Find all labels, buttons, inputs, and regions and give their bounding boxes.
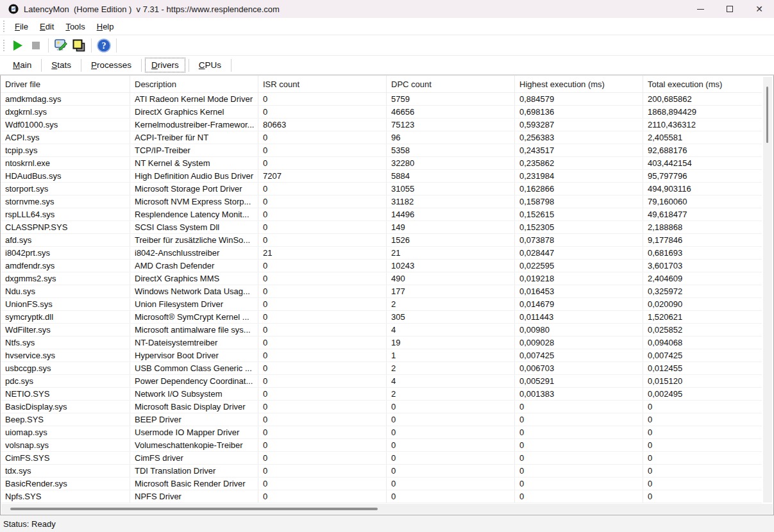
column-header[interactable]: ISR count (258, 76, 387, 92)
title-bar: LatencyMon (Home Edition ) v 7.31 - http… (0, 0, 774, 18)
table-cell: 0 (258, 93, 387, 105)
table-row[interactable]: UnionFS.sysUnion Filesystem Driver020,01… (1, 298, 762, 311)
column-header[interactable]: Highest execution (ms) (515, 76, 643, 92)
table-cell: 46656 (387, 106, 515, 118)
table-row[interactable]: volsnap.sysVolumeschattenkopie-Treiber00… (1, 439, 762, 452)
table-row[interactable]: afd.sysTreiber für zusätzliche WinSo...0… (1, 234, 762, 247)
table-cell: i8042-Anschlusstreiber (130, 247, 258, 259)
table-row[interactable]: stornvme.sysMicrosoft NVM Express Storp.… (1, 195, 762, 208)
table-row[interactable]: NETIO.SYSNetwork I/O Subsystem020,001383… (1, 388, 762, 401)
table-row[interactable]: amdfendr.sysAMD Crash Defender0102430,02… (1, 260, 762, 272)
stop-monitor-button[interactable] (27, 37, 45, 54)
table-cell: 2 (387, 298, 515, 310)
table-row[interactable]: usbccgp.sysUSB Common Class Generic ...0… (1, 362, 762, 375)
table-row[interactable]: CimFS.SYSCimFS driver0000 (1, 452, 762, 465)
help-button[interactable]: ? (95, 37, 113, 54)
table-cell: CLASSPNP.SYS (1, 221, 130, 233)
table-cell: i8042prt.sys (1, 247, 130, 259)
menu-edit[interactable]: Edit (34, 20, 60, 33)
menu-help[interactable]: Help (91, 20, 120, 33)
table-cell: ACPI.sys (1, 131, 130, 144)
tab-processes[interactable]: Processes (85, 58, 138, 72)
column-header[interactable]: Total execution (ms) (643, 76, 762, 92)
table-cell: 490 (387, 272, 515, 285)
close-button[interactable]: ✕ (745, 0, 774, 18)
table-cell: 0 (258, 452, 387, 464)
table-row[interactable]: Ndu.sysWindows Network Data Usag...01770… (1, 285, 762, 298)
table-row[interactable]: BasicRender.sysMicrosoft Basic Render Dr… (1, 478, 762, 490)
tab-drivers[interactable]: Drivers (145, 58, 185, 72)
column-header[interactable]: Driver file (1, 76, 130, 92)
table-cell: USB Common Class Generic ... (130, 362, 258, 374)
table-row[interactable]: dxgkrnl.sysDirectX Graphics Kernel046656… (1, 106, 762, 119)
table-row[interactable]: dxgmms2.sysDirectX Graphics MMS04900,019… (1, 272, 762, 285)
tab-cpus[interactable]: CPUs (192, 58, 228, 72)
table-cell: TCP/IP-Treiber (130, 144, 258, 156)
table-row[interactable]: pdc.sysPower Dependency Coordinat...040,… (1, 375, 762, 388)
table-row[interactable]: uiomap.sysUsermode IO Mapper Driver0000 (1, 426, 762, 439)
table-cell: 0,243517 (515, 144, 643, 156)
table-row[interactable]: amdkmdag.sysATI Radeon Kernel Mode Drive… (1, 93, 762, 106)
table-cell: 0,016453 (515, 285, 643, 297)
table-cell: 149 (387, 221, 515, 233)
table-cell: 0 (258, 426, 387, 438)
table-row[interactable]: rspLLL64.sysResplendence Latency Monit..… (1, 208, 762, 221)
table-row[interactable]: Npfs.SYSNPFS Driver0000 (1, 490, 762, 503)
menu-bar-items: FileEditToolsHelp (9, 20, 119, 33)
table-cell: 7207 (258, 170, 387, 182)
table-cell: 0 (515, 478, 643, 490)
table-row[interactable]: Wdf01000.sysKernelmodustreiber-Framewor.… (1, 119, 762, 131)
table-cell: 0 (258, 157, 387, 169)
table-row[interactable]: i8042prt.sysi8042-Anschlusstreiber21210,… (1, 247, 762, 260)
table-cell: 0 (515, 490, 643, 503)
table-cell: 0,015120 (643, 375, 762, 387)
table-cell: NPFS Driver (130, 490, 258, 503)
column-header[interactable]: Description (130, 76, 258, 92)
table-cell: 1,520621 (643, 311, 762, 323)
table-row[interactable]: BasicDisplay.sysMicrosoft Basic Display … (1, 401, 762, 413)
table-cell: 0 (515, 439, 643, 451)
tab-separator (189, 59, 189, 72)
table-row[interactable]: tdx.sysTDI Translation Driver0000 (1, 465, 762, 478)
table-row[interactable]: CLASSPNP.SYSSCSI Class System Dll01490,1… (1, 221, 762, 234)
menu-file[interactable]: File (9, 20, 34, 33)
table-cell: ntoskrnl.exe (1, 157, 130, 169)
tab-main[interactable]: Main (6, 58, 38, 72)
horizontal-scrollbar-thumb[interactable] (10, 508, 378, 510)
table-cell: 0,152615 (515, 208, 643, 220)
tab-stats[interactable]: Stats (45, 58, 78, 72)
table-cell: 0 (258, 439, 387, 451)
vertical-scrollbar-thumb[interactable] (766, 87, 768, 143)
start-monitor-button[interactable] (9, 37, 27, 54)
horizontal-scrollbar[interactable] (1, 504, 773, 514)
play-icon (13, 40, 22, 51)
table-cell: 0,009028 (515, 337, 643, 349)
table-row[interactable]: ntoskrnl.exeNT Kernel & System0322800,23… (1, 157, 762, 170)
table-cell: UnionFS.sys (1, 298, 130, 310)
table-row[interactable]: Beep.SYSBEEP Driver0000 (1, 413, 762, 426)
table-cell: Network I/O Subsystem (130, 388, 258, 400)
table-row[interactable]: storport.sysMicrosoft Storage Port Drive… (1, 183, 762, 195)
table-cell: BasicDisplay.sys (1, 401, 130, 413)
report-button[interactable] (70, 37, 88, 54)
table-row[interactable]: tcpip.sysTCP/IP-Treiber053580,24351792,6… (1, 144, 762, 157)
table-cell: High Definition Audio Bus Driver (130, 170, 258, 182)
table-cell: ACPI-Treiber für NT (130, 131, 258, 144)
table-cell: 0 (258, 260, 387, 272)
table-row[interactable]: hvservice.sysHypervisor Boot Driver010,0… (1, 349, 762, 362)
table-cell: 0 (643, 478, 762, 490)
column-header[interactable]: DPC count (387, 76, 515, 92)
table-row[interactable]: WdFilter.sysMicrosoft antimalware file s… (1, 324, 762, 337)
options-button[interactable] (52, 37, 70, 54)
table-row[interactable]: symcryptk.dllMicrosoft® SymCrypt Kernel … (1, 311, 762, 324)
table-cell: 0 (515, 426, 643, 438)
minimize-button[interactable] (686, 0, 715, 18)
menu-tools[interactable]: Tools (60, 20, 90, 33)
table-cell: Microsoft® SymCrypt Kernel ... (130, 311, 258, 323)
vertical-scrollbar[interactable] (763, 77, 772, 503)
table-row[interactable]: Ntfs.sysNT-Dateisystemtreiber0190,009028… (1, 337, 762, 349)
table-row[interactable]: HDAudBus.sysHigh Definition Audio Bus Dr… (1, 170, 762, 183)
table-cell: 494,903116 (643, 183, 762, 195)
table-row[interactable]: ACPI.sysACPI-Treiber für NT0960,2563832,… (1, 131, 762, 144)
maximize-button[interactable] (715, 0, 745, 18)
